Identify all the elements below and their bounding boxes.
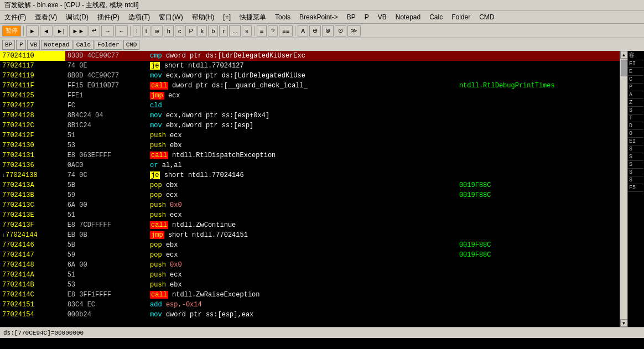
toolbar2-button[interactable]: P bbox=[16, 40, 26, 50]
toolbar-button[interactable]: l bbox=[133, 25, 141, 37]
toolbar-icon-button[interactable]: ≫ bbox=[347, 25, 361, 37]
table-row[interactable]: 7702414B53push ebx bbox=[0, 280, 620, 290]
toolbar-icon-button[interactable]: ≡≡ bbox=[279, 25, 293, 37]
sidebar-item[interactable]: A bbox=[628, 91, 643, 99]
toolbar2-button[interactable]: CMD bbox=[123, 40, 140, 50]
toolbar-icon-button[interactable]: ⊙ bbox=[335, 25, 346, 37]
table-row[interactable]: 77024110833D 4CE90C77cmp dword ptr ds:[L… bbox=[0, 51, 620, 61]
table-row[interactable]: 7702415183C4 ECadd esp,-0x14 bbox=[0, 300, 620, 310]
toolbar2-button[interactable]: Folder bbox=[95, 40, 122, 50]
table-row[interactable]: ↓7702413874 0Cje short ntdll.77024146 bbox=[0, 170, 620, 180]
scroll-thumb[interactable] bbox=[621, 60, 627, 76]
toolbar-button[interactable]: t bbox=[142, 25, 150, 37]
table-row[interactable]: 7702414A51push ecx bbox=[0, 270, 620, 280]
menu-item[interactable]: 快捷菜单 bbox=[237, 13, 268, 22]
menu-item[interactable]: 文件(F) bbox=[2, 13, 28, 22]
table-row[interactable]: 7702413A5Bpop ebx0019F88C bbox=[0, 180, 620, 190]
sidebar-item[interactable]: S bbox=[628, 161, 643, 169]
table-row[interactable]: 77024127FCcld bbox=[0, 101, 620, 111]
table-row[interactable]: 770241288B4C24 04mov ecx,dword ptr ss:[e… bbox=[0, 111, 620, 121]
sidebar-item[interactable]: O bbox=[628, 130, 643, 138]
menu-item[interactable]: VB bbox=[376, 13, 389, 21]
table-row[interactable]: 7702413E51push ecx bbox=[0, 210, 620, 220]
toolbar-icon-button[interactable]: A bbox=[298, 25, 308, 37]
table-row[interactable]: 7702411774 0Eje short ntdll.77024127 bbox=[0, 61, 620, 71]
table-row[interactable]: 77024131E8 063EFFFFcall ntdll.RtlDispatc… bbox=[0, 150, 620, 160]
table-row[interactable]: 7702413053push ebx bbox=[0, 140, 620, 150]
table-row[interactable]: 7702413C6A 00push 0x0 bbox=[0, 200, 620, 210]
toolbar-icon-button[interactable]: ⊕ bbox=[309, 25, 321, 37]
disasm-panel[interactable]: 77024110833D 4CE90C77cmp dword ptr ds:[L… bbox=[0, 51, 620, 327]
table-row[interactable]: 770241486A 00push 0x0 bbox=[0, 260, 620, 270]
sidebar-item[interactable]: P bbox=[628, 84, 643, 91]
toolbar-button[interactable]: h bbox=[164, 25, 174, 37]
toolbar-button[interactable]: s bbox=[242, 25, 252, 37]
nav-button[interactable]: ►► bbox=[69, 25, 88, 37]
table-row[interactable]: 770241360AC0or al,al bbox=[0, 160, 620, 170]
scroll-down-arrow[interactable]: ▼ bbox=[620, 319, 628, 327]
nav-button[interactable]: ← bbox=[115, 25, 128, 37]
sidebar-item[interactable]: S bbox=[628, 107, 643, 114]
table-row[interactable]: ↓77024144EB 0Bjmp short ntdll.77024151 bbox=[0, 230, 620, 240]
toolbar-icon-button[interactable]: ≡ bbox=[257, 25, 267, 37]
nav-button[interactable]: ► bbox=[26, 25, 39, 37]
sidebar-item[interactable]: E bbox=[628, 68, 643, 76]
sidebar-item[interactable]: S bbox=[628, 176, 643, 184]
nav-button[interactable]: → bbox=[101, 25, 114, 37]
table-row[interactable]: 7702413FE8 7CDFFFFFcall ntdll.ZwContinue bbox=[0, 220, 620, 230]
sidebar-item[interactable]: F5 bbox=[628, 184, 643, 192]
toolbar-button[interactable]: k bbox=[198, 25, 207, 37]
nav-button[interactable]: ◄ bbox=[40, 25, 53, 37]
menu-item[interactable]: CMD bbox=[477, 13, 496, 21]
menu-item[interactable]: Notepad bbox=[393, 13, 423, 21]
sidebar-item[interactable]: EI bbox=[628, 138, 643, 145]
toolbar-icon-button[interactable]: ⊗ bbox=[322, 25, 334, 37]
menu-item[interactable]: 帮助(H) bbox=[190, 13, 217, 22]
table-row[interactable]: 7702411FFF15 E0110D77call dword ptr ds:[… bbox=[0, 81, 620, 91]
toolbar2-button[interactable]: Notepad bbox=[41, 40, 72, 50]
nav-button[interactable]: ↵ bbox=[89, 25, 100, 37]
toolbar2-button[interactable]: VB bbox=[27, 40, 40, 50]
toolbar-button[interactable]: c bbox=[175, 25, 185, 37]
nav-button[interactable]: ►| bbox=[54, 25, 68, 37]
table-row[interactable]: 770241198B0D 4CE90C77mov ecx,dword ptr d… bbox=[0, 71, 620, 81]
menu-item[interactable]: 调试(D) bbox=[64, 13, 91, 22]
toolbar-button[interactable]: b bbox=[208, 25, 218, 37]
menu-item[interactable]: [+] bbox=[221, 13, 233, 21]
menu-item[interactable]: 查看(V) bbox=[33, 13, 59, 22]
menu-item[interactable]: BP bbox=[345, 13, 358, 21]
menu-item[interactable]: 窗口(W) bbox=[157, 13, 185, 22]
menu-item[interactable]: P bbox=[362, 13, 371, 21]
menu-item[interactable]: BreakPoint-> bbox=[297, 13, 340, 21]
sidebar-item[interactable]: T bbox=[628, 114, 643, 122]
sidebar-item[interactable]: 客 bbox=[628, 51, 643, 60]
toolbar-button[interactable]: r bbox=[219, 25, 228, 37]
scroll-up-arrow[interactable]: ▲ bbox=[620, 51, 628, 59]
menu-item[interactable]: 插件(P) bbox=[95, 13, 122, 22]
pause-button[interactable]: 暂停 bbox=[2, 25, 21, 37]
sidebar-item[interactable]: S bbox=[628, 145, 643, 153]
sidebar-item[interactable]: S bbox=[628, 169, 643, 176]
table-row[interactable]: 7702412C8B1C24mov ebx,dword ptr ss:[esp] bbox=[0, 121, 620, 131]
sidebar-item[interactable]: C bbox=[628, 76, 643, 84]
menu-item[interactable]: 选项(T) bbox=[126, 13, 152, 22]
table-row[interactable]: 7702412F51push ecx bbox=[0, 131, 620, 140]
sidebar-item[interactable]: Z bbox=[628, 99, 643, 107]
toolbar2-button[interactable]: Calc bbox=[74, 40, 94, 50]
table-row[interactable]: 7702413B59pop ecx0019F88C bbox=[0, 190, 620, 200]
toolbar-button[interactable]: P bbox=[185, 25, 196, 37]
toolbar-button[interactable]: w bbox=[152, 25, 163, 37]
menu-item[interactable]: Tools bbox=[273, 13, 293, 21]
table-row[interactable]: 7702414CE8 3FF1FFFFcall ntdll.ZwRaiseExc… bbox=[0, 290, 620, 300]
table-row[interactable]: 7702414759pop ecx0019F88C bbox=[0, 250, 620, 260]
toolbar-icon-button[interactable]: ? bbox=[268, 25, 278, 37]
sidebar-item[interactable]: EI bbox=[628, 60, 643, 68]
toolbar-button[interactable]: ... bbox=[229, 25, 241, 37]
sidebar-item[interactable]: S bbox=[628, 153, 643, 161]
sidebar-item[interactable]: D bbox=[628, 122, 643, 130]
table-row[interactable]: 77024154000b24mov dword ptr ss:[esp],eax bbox=[0, 310, 620, 320]
table-row[interactable]: 770241465Bpop ebx0019F88C bbox=[0, 240, 620, 250]
scrollbar-vertical[interactable]: ▲ ▼ bbox=[620, 51, 627, 327]
menu-item[interactable]: Calc bbox=[427, 13, 445, 21]
menu-item[interactable]: Folder bbox=[449, 13, 472, 21]
